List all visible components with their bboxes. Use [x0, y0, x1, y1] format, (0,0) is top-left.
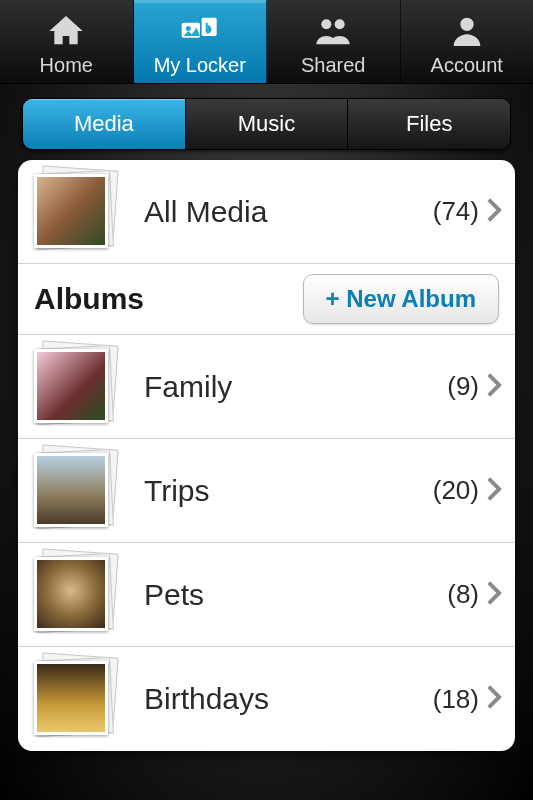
all-media-count: (74) — [433, 196, 479, 227]
album-row-family[interactable]: Family (9) — [18, 335, 515, 439]
locker-icon — [180, 10, 220, 52]
nav-label: Account — [431, 54, 503, 77]
tabs-container: Media Music Files — [0, 84, 533, 160]
svg-point-3 — [322, 19, 332, 29]
chevron-right-icon — [485, 580, 503, 610]
album-count: (18) — [433, 684, 479, 715]
top-nav: Home My Locker Shared Account — [0, 0, 533, 84]
album-count: (8) — [447, 579, 479, 610]
nav-label: Shared — [301, 54, 366, 77]
all-media-label: All Media — [144, 195, 433, 229]
nav-account[interactable]: Account — [401, 0, 534, 83]
chevron-right-icon — [485, 476, 503, 506]
album-thumb — [34, 349, 110, 425]
svg-point-4 — [335, 19, 345, 29]
album-count: (9) — [447, 371, 479, 402]
album-row-pets[interactable]: Pets (8) — [18, 543, 515, 647]
account-icon — [447, 10, 487, 52]
album-thumb — [34, 661, 110, 737]
nav-shared[interactable]: Shared — [267, 0, 401, 83]
svg-point-5 — [460, 18, 473, 31]
nav-label: My Locker — [154, 54, 246, 77]
nav-home[interactable]: Home — [0, 0, 134, 83]
album-label: Pets — [144, 578, 447, 612]
album-count: (20) — [433, 475, 479, 506]
content-panel: All Media (74) Albums + New Album Family… — [18, 160, 515, 751]
shared-icon — [313, 10, 353, 52]
albums-title: Albums — [34, 282, 144, 316]
album-label: Birthdays — [144, 682, 433, 716]
chevron-right-icon — [485, 684, 503, 714]
tab-files[interactable]: Files — [348, 99, 510, 149]
album-row-trips[interactable]: Trips (20) — [18, 439, 515, 543]
all-media-row[interactable]: All Media (74) — [18, 160, 515, 264]
album-label: Family — [144, 370, 447, 404]
nav-my-locker[interactable]: My Locker — [134, 0, 268, 83]
new-album-button[interactable]: + New Album — [303, 274, 499, 324]
nav-label: Home — [40, 54, 93, 77]
chevron-right-icon — [485, 372, 503, 402]
album-thumb — [34, 453, 110, 529]
svg-point-1 — [186, 26, 191, 31]
album-row-birthdays[interactable]: Birthdays (18) — [18, 647, 515, 751]
all-media-thumb — [34, 174, 110, 250]
albums-header: Albums + New Album — [18, 264, 515, 335]
album-thumb — [34, 557, 110, 633]
tab-music[interactable]: Music — [186, 99, 349, 149]
home-icon — [46, 10, 86, 52]
tab-media[interactable]: Media — [23, 99, 186, 149]
chevron-right-icon — [485, 197, 503, 227]
album-label: Trips — [144, 474, 433, 508]
media-tabs: Media Music Files — [22, 98, 511, 150]
